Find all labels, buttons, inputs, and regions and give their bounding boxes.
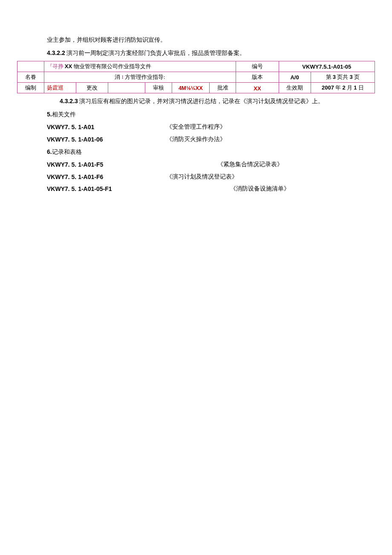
section-5-heading: 5.相关文件 bbox=[47, 108, 345, 121]
table-cell-review-label: 审核 bbox=[145, 83, 172, 93]
paragraph-3: 4.3.2.3 演习后应有相应的图片记录，并对演习情况进行总结，记录在《演习计划… bbox=[47, 95, 345, 107]
doc-item-4: VKWY7. 5. 1-A01-F6 《演习计划及情况登记表》 bbox=[47, 171, 345, 183]
table-cell-effective-label: 生效期 bbox=[279, 83, 311, 93]
table-cell-effective-date: 2007 年 2 月 1 日 bbox=[311, 83, 375, 93]
table-cell-approve: XX bbox=[236, 83, 279, 93]
company-suffix: 物业管理有限公司作业指导文件 bbox=[74, 63, 151, 69]
doc-code-2: VKWY7. 5. 1-A01-06 bbox=[47, 134, 166, 145]
doc-item-3: VKWY7. 5. 1-A01-F5 《紧急集合情况记录表》 bbox=[47, 159, 345, 171]
table-cell-empty bbox=[17, 61, 44, 72]
section-6-title: 记录和表格 bbox=[52, 149, 82, 155]
section-number-4323: 4.3.2.3 bbox=[60, 98, 78, 104]
doc-code-4: VKWY7. 5. 1-A01-F6 bbox=[47, 171, 166, 183]
doc-name-5: 《消防设备设施清单》 bbox=[166, 183, 345, 195]
doc-code-3: VKWY7. 5. 1-A01-F5 bbox=[47, 159, 166, 171]
doc-name-suffix: 方管理作业指导: bbox=[125, 74, 165, 80]
paragraph-3-text: 演习后应有相应的图片记录，并对演习情况进行总结，记录在《演习计划及情况登记表》上… bbox=[78, 98, 324, 104]
table-cell-author-label: 编制 bbox=[17, 83, 44, 93]
doc-name-i: I bbox=[122, 74, 125, 80]
company-xx: XX bbox=[65, 63, 74, 69]
table-cell-version: A/0 bbox=[279, 72, 311, 83]
doc-name-4: 《演习计划及情况登记表》 bbox=[166, 171, 345, 183]
doc-item-5: VKWY7. 5. 1-A01-05-F1 《消防设备设施清单》 bbox=[47, 183, 345, 195]
table-cell-doc-name: 消 I 方管理作业指导: bbox=[44, 72, 236, 83]
table-cell-approve-label: 批准 bbox=[209, 83, 236, 93]
table-cell-label-number: 编号 bbox=[236, 61, 279, 72]
table-cell-review: 4M⅛¼XX bbox=[172, 83, 210, 93]
table-cell-page: 第 3 页共 3 页 bbox=[311, 72, 375, 83]
paragraph-2: 4.3.2.2 演习前一周制定演习方案经部门负责人审批后，报品质管理部备案。 bbox=[47, 47, 345, 59]
doc-code-1: VKWY7. 5. 1-A01 bbox=[47, 121, 166, 133]
table-cell-name-label: 名眷 bbox=[17, 72, 44, 83]
company-prefix: 『寻挣 bbox=[47, 63, 65, 69]
doc-item-2: VKWY7. 5. 1-A01-06 《消防灭火操作办法》 bbox=[47, 134, 345, 145]
doc-name-text: 消 bbox=[115, 74, 121, 80]
table-row: 『寻挣 XX 物业管理有限公司作业指导文件 编号 VKWY7.5.1-A01-0… bbox=[17, 61, 375, 72]
table-cell-change bbox=[108, 83, 145, 93]
doc-name-2: 《消防灭火操作办法》 bbox=[166, 134, 345, 145]
section-number-5: 5. bbox=[47, 111, 52, 118]
section-6-heading: 6.记录和表格 bbox=[47, 146, 345, 158]
table-row: 编制 扬霆巡 更改 审核 4M⅛¼XX 批准 XX 生效期 2007 年 2 月… bbox=[17, 83, 375, 93]
table-cell-doc-number: VKWY7.5.1-A01-05 bbox=[279, 61, 375, 72]
table-cell-author: 扬霆巡 bbox=[44, 83, 76, 93]
doc-item-1: VKWY7. 5. 1-A01 《安全管理工作程序》 bbox=[47, 121, 345, 133]
table-cell-change-label: 更改 bbox=[76, 83, 108, 93]
doc-code-5: VKWY7. 5. 1-A01-05-F1 bbox=[47, 183, 166, 195]
document-header-table: 『寻挣 XX 物业管理有限公司作业指导文件 编号 VKWY7.5.1-A01-0… bbox=[17, 61, 375, 93]
doc-name-1: 《安全管理工作程序》 bbox=[166, 121, 345, 133]
paragraph-2-text: 演习前一周制定演习方案经部门负责人审批后，报品质管理部备案。 bbox=[65, 50, 246, 56]
doc-name-3: 《紧急集合情况记录表》 bbox=[166, 159, 345, 171]
paragraph-1: 业主参加，并组织对顾客进行消防知识宣传。 bbox=[47, 34, 345, 46]
table-cell-version-label: 版本 bbox=[236, 72, 279, 83]
table-cell-company: 『寻挣 XX 物业管理有限公司作业指导文件 bbox=[44, 61, 236, 72]
section-5-title: 相关文件 bbox=[52, 111, 76, 118]
table-row: 名眷 消 I 方管理作业指导: 版本 A/0 第 3 页共 3 页 bbox=[17, 72, 375, 83]
section-number-6: 6. bbox=[47, 148, 52, 155]
section-number-4322: 4.3.2.2 bbox=[47, 49, 65, 56]
